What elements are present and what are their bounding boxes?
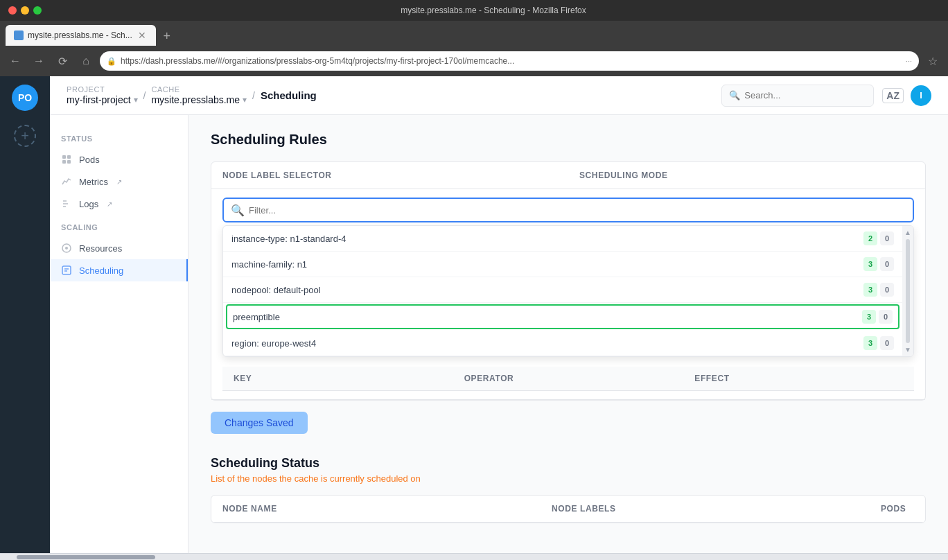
tab-close-button[interactable]: ✕ — [137, 30, 148, 41]
filter-input[interactable] — [249, 205, 906, 216]
metrics-icon — [61, 176, 72, 187]
metrics-external-icon: ↗ — [116, 178, 122, 186]
status-section-label: STATUS — [50, 134, 188, 143]
page-title-breadcrumb: Scheduling — [261, 89, 317, 101]
dropdown-item-label-3: preemptible — [233, 312, 859, 322]
search-icon: 🔍 — [729, 90, 740, 100]
breadcrumb-sep-1: / — [143, 90, 146, 101]
window-maximize-button[interactable] — [33, 6, 42, 15]
badge-gray-2: 0 — [880, 283, 894, 297]
project-avatar[interactable]: PO — [12, 85, 38, 111]
bookmark-icon[interactable]: ☆ — [923, 51, 942, 71]
filter-input-wrap[interactable]: 🔍 — [222, 198, 914, 222]
scroll-up-icon[interactable]: ▲ — [904, 229, 911, 236]
window-minimize-button[interactable] — [21, 6, 29, 15]
tab-favicon — [14, 30, 24, 40]
project-dropdown-arrow[interactable]: ▾ — [134, 95, 138, 105]
sidebar-nav: STATUS Pods Metrics ↗ — [50, 115, 188, 553]
badge-gray-1: 0 — [880, 257, 894, 271]
back-button[interactable]: ← — [6, 51, 25, 71]
badge-green-1: 3 — [863, 257, 877, 271]
changes-saved-button[interactable]: Changes Saved — [211, 412, 308, 434]
toleration-header: Key Operator Effect — [222, 367, 914, 391]
browser-tab-active[interactable]: mysite.presslabs.me - Sch... ✕ — [6, 25, 156, 46]
logs-label: Logs — [79, 199, 98, 209]
logs-icon — [61, 198, 72, 209]
sidebar-item-metrics[interactable]: Metrics ↗ — [50, 170, 188, 193]
dropdown-scroll-area[interactable]: instance-type: n1-standard-4 2 0 machine… — [223, 226, 902, 356]
reload-button[interactable]: ⟳ — [53, 51, 72, 71]
add-project-button[interactable]: + — [14, 125, 36, 147]
svg-rect-0 — [62, 155, 66, 159]
new-tab-button[interactable]: + — [157, 26, 177, 46]
scheduling-label: Scheduling — [79, 265, 123, 276]
window-close-button[interactable] — [8, 6, 17, 15]
resources-label: Resources — [79, 243, 122, 254]
logs-external-icon: ↗ — [107, 200, 112, 208]
col-node-labels: Node Labels — [541, 496, 870, 522]
svg-rect-3 — [67, 160, 71, 164]
project-value: my-first-project — [67, 94, 131, 105]
dropdown-item-label-0: instance-type: n1-standard-4 — [231, 234, 861, 244]
pods-icon — [61, 154, 72, 165]
url-bar[interactable]: 🔒 https://dash.presslabs.me/#/organizati… — [100, 51, 919, 71]
home-button[interactable]: ⌂ — [76, 51, 96, 71]
sidebar-item-scheduling[interactable]: Scheduling — [50, 259, 188, 281]
url-more-icon: ··· — [906, 57, 912, 65]
badge-gray-0: 0 — [880, 231, 894, 245]
user-avatar[interactable]: I — [911, 85, 931, 106]
main-content: Scheduling Rules Node Label Selector Sch… — [188, 115, 948, 553]
col-key: Key — [222, 367, 453, 390]
scheduling-icon — [61, 265, 72, 276]
badge-gray-4: 0 — [880, 336, 894, 350]
tab-label: mysite.presslabs.me - Sch... — [28, 30, 132, 40]
dropdown-item-2[interactable]: nodepool: default-pool 3 0 — [223, 277, 902, 303]
badge-green-0: 2 — [863, 231, 877, 245]
resources-icon — [61, 243, 72, 254]
breadcrumb-sep-2: / — [252, 90, 255, 101]
cache-dropdown-arrow[interactable]: ▾ — [243, 95, 247, 105]
cache-value: mysite.presslabs.me — [151, 94, 240, 105]
metrics-label: Metrics — [79, 177, 108, 187]
dropdown-item-label-4: region: europe-west4 — [231, 338, 861, 349]
scheduling-rules-table: Node Label Selector Scheduling Mode 🔍 — [211, 161, 926, 401]
svg-point-8 — [65, 247, 68, 250]
lock-icon: 🔒 — [107, 57, 116, 66]
sidebar-item-pods[interactable]: Pods — [50, 148, 188, 170]
badge-green-2: 3 — [863, 283, 877, 297]
badge-gray-3: 0 — [879, 310, 893, 324]
dark-sidebar: PO + — [0, 76, 50, 553]
sidebar-item-resources[interactable]: Resources — [50, 237, 188, 259]
scroll-down-icon[interactable]: ▼ — [904, 346, 911, 353]
col-pods: Pods — [870, 496, 925, 522]
search-bar[interactable]: 🔍 — [721, 85, 874, 107]
col-node-name: Node Name — [211, 496, 541, 522]
forward-button[interactable]: → — [29, 51, 49, 71]
search-input[interactable] — [744, 90, 866, 100]
svg-rect-9 — [62, 266, 71, 274]
pods-label: Pods — [79, 155, 100, 165]
node-label-dropdown: instance-type: n1-standard-4 2 0 machine… — [222, 225, 914, 357]
browser-title: mysite.presslabs.me - Scheduling - Mozil… — [47, 6, 940, 15]
dropdown-item-label-2: nodepool: default-pool — [231, 285, 861, 295]
scheduling-status-table: Node Name Node Labels Pods — [211, 495, 926, 523]
breadcrumb: PROJECT my-first-project ▾ / CACHE mysit… — [67, 85, 317, 105]
sidebar-item-logs[interactable]: Logs ↗ — [50, 193, 188, 215]
filter-search-icon: 🔍 — [231, 204, 245, 217]
col-node-label-selector: Node Label Selector — [211, 162, 568, 189]
scheduling-status-subtitle: List of the nodes the cache is currently… — [211, 473, 926, 484]
node-label-selector-row: 🔍 instance-type: n1-standard-4 2 0 machi… — [211, 189, 925, 400]
col-scheduling-mode: Scheduling Mode — [568, 162, 925, 189]
url-text: https://dash.presslabs.me/#/organization… — [121, 56, 902, 66]
dropdown-item-0[interactable]: instance-type: n1-standard-4 2 0 — [223, 226, 902, 252]
horizontal-scrollbar[interactable] — [0, 553, 948, 560]
dropdown-item-4[interactable]: region: europe-west4 3 0 — [223, 331, 902, 356]
dropdown-item-3[interactable]: preemptible 3 0 — [226, 304, 899, 329]
scheduling-rules-title: Scheduling Rules — [211, 132, 926, 148]
accessibility-icon[interactable]: AZ — [882, 88, 904, 103]
scaling-section-label: SCALING — [50, 223, 188, 231]
app-header: PROJECT my-first-project ▾ / CACHE mysit… — [50, 76, 948, 115]
svg-rect-2 — [62, 160, 66, 164]
svg-rect-1 — [67, 155, 71, 159]
dropdown-item-1[interactable]: machine-family: n1 3 0 — [223, 252, 902, 277]
